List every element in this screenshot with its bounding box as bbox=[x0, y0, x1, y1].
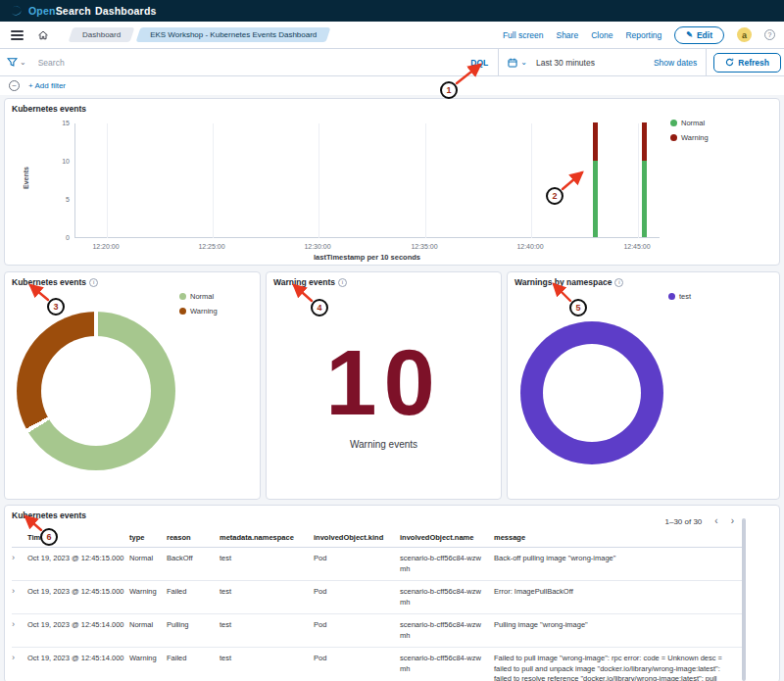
panel-title: Warnings by namespacei bbox=[514, 277, 623, 287]
column-header-type[interactable]: type bbox=[129, 529, 167, 548]
vertical-scrollbar[interactable] bbox=[742, 518, 746, 681]
filter-bar: − + Add filter bbox=[0, 76, 784, 95]
refresh-icon bbox=[725, 58, 734, 67]
panel-warning-events-metric: Warning eventsi 10 Warning events bbox=[266, 271, 502, 500]
dql-button[interactable]: DQL bbox=[470, 58, 488, 68]
legend-item-test[interactable]: test bbox=[668, 292, 691, 301]
share-link[interactable]: Share bbox=[556, 30, 578, 40]
column-header-namespace[interactable]: metadata.namespace bbox=[220, 529, 314, 548]
time-range-value[interactable]: Last 30 minutes bbox=[536, 58, 654, 68]
x-tick: 12:30:00 bbox=[288, 243, 347, 250]
pagination: 1–30 of 30 ‹ › bbox=[665, 516, 735, 526]
cell-type: Warning bbox=[129, 581, 167, 614]
date-quick-select-button[interactable]: ⌄ bbox=[499, 58, 536, 68]
legend-item-warning[interactable]: Warning bbox=[179, 307, 218, 316]
table-row: › Oct 19, 2023 @ 12:45:14.000 Normal Pul… bbox=[12, 614, 742, 648]
x-tick: 12:25:00 bbox=[182, 243, 241, 250]
x-tick: 12:35:00 bbox=[395, 243, 454, 250]
legend-dot bbox=[179, 293, 186, 300]
panel-title: Warning eventsi bbox=[273, 277, 347, 287]
info-icon[interactable]: i bbox=[89, 278, 98, 287]
info-icon[interactable]: i bbox=[614, 278, 623, 287]
add-filter-button[interactable]: + Add filter bbox=[28, 81, 66, 90]
cell-time: Oct 19, 2023 @ 12:45:15.000 bbox=[27, 581, 129, 614]
donut-chart-namespaces[interactable] bbox=[520, 321, 663, 464]
breadcrumb-dashboard[interactable]: Dashboard bbox=[71, 27, 132, 42]
cell-reason: Failed bbox=[167, 648, 220, 681]
legend-item-normal[interactable]: Normal bbox=[179, 292, 218, 301]
panel-warnings-by-namespace: Warnings by namespacei test bbox=[507, 271, 780, 500]
panel-title: Kubernetes events bbox=[12, 104, 86, 114]
breadcrumb-current-dashboard: EKS Workshop - Kubernetes Events Dashboa… bbox=[138, 27, 328, 42]
info-icon[interactable]: i bbox=[338, 278, 347, 287]
cell-name: scenario-b-cff56c84-wzwmh bbox=[400, 614, 494, 648]
cell-message: Back-off pulling image "wrong-image" bbox=[494, 548, 742, 581]
saved-query-menu-button[interactable]: ⌄ bbox=[7, 57, 26, 68]
expand-row-icon[interactable]: › bbox=[12, 619, 15, 629]
cell-kind: Pod bbox=[314, 548, 400, 581]
column-header-kind[interactable]: involvedObject.kind bbox=[314, 529, 400, 548]
column-header-time[interactable]: Time ▾ bbox=[27, 529, 129, 548]
cell-namespace: test bbox=[220, 614, 314, 648]
previous-page-icon[interactable]: ‹ bbox=[714, 516, 717, 526]
gridline bbox=[638, 123, 639, 238]
gridline bbox=[531, 123, 532, 238]
pencil-icon: ✎ bbox=[686, 30, 693, 39]
y-tick: 0 bbox=[50, 234, 70, 241]
legend-item-warning[interactable]: Warning bbox=[670, 133, 709, 142]
stacked-bar[interactable] bbox=[593, 122, 598, 237]
gridline bbox=[107, 123, 108, 238]
table-row: › Oct 19, 2023 @ 12:45:14.000 Warning Fa… bbox=[12, 648, 742, 681]
metric-label: Warning events bbox=[267, 439, 501, 450]
cell-kind: Pod bbox=[314, 648, 400, 681]
funnel-icon bbox=[7, 57, 18, 68]
x-axis-title: lastTimestamp per 10 seconds bbox=[74, 253, 660, 262]
stacked-bar[interactable] bbox=[642, 122, 647, 237]
breadcrumb: Dashboard EKS Workshop - Kubernetes Even… bbox=[71, 27, 328, 42]
column-header-expand bbox=[12, 529, 27, 548]
cell-time: Oct 19, 2023 @ 12:45:14.000 bbox=[27, 648, 129, 681]
app-title: OpenSearchDashboards bbox=[28, 5, 157, 17]
cell-reason: BackOff bbox=[167, 548, 220, 581]
refresh-button[interactable]: Refresh bbox=[713, 53, 781, 73]
home-icon[interactable] bbox=[37, 29, 49, 41]
gridline bbox=[425, 123, 426, 238]
cell-reason: Failed bbox=[167, 581, 220, 614]
x-tick: 12:20:00 bbox=[76, 243, 135, 250]
donut-chart-events[interactable] bbox=[17, 312, 175, 470]
cell-namespace: test bbox=[220, 548, 314, 581]
gridline bbox=[213, 123, 214, 238]
show-dates-button[interactable]: Show dates bbox=[654, 58, 697, 68]
gridline bbox=[318, 123, 319, 238]
clone-link[interactable]: Clone bbox=[591, 30, 612, 40]
next-page-icon[interactable]: › bbox=[731, 516, 734, 526]
reporting-link[interactable]: Reporting bbox=[625, 30, 662, 40]
cell-namespace: test bbox=[220, 581, 314, 614]
y-tick: 5 bbox=[50, 196, 70, 203]
edit-button[interactable]: ✎ Edit bbox=[674, 26, 724, 44]
top-banner: OpenSearchDashboards bbox=[0, 0, 784, 22]
help-icon[interactable]: ? bbox=[764, 29, 775, 40]
column-header-reason[interactable]: reason bbox=[167, 529, 220, 548]
cell-kind: Pod bbox=[314, 614, 400, 648]
column-header-name[interactable]: involvedObject.name bbox=[400, 529, 494, 548]
expand-row-icon[interactable]: › bbox=[12, 553, 15, 562]
legend-dot bbox=[670, 120, 677, 126]
avatar[interactable]: a bbox=[737, 27, 752, 42]
cell-type: Normal bbox=[129, 614, 167, 648]
expand-row-icon[interactable]: › bbox=[12, 653, 15, 662]
chevron-down-icon: ⌄ bbox=[20, 59, 26, 67]
opensearch-logo-icon bbox=[10, 5, 23, 18]
search-input[interactable] bbox=[26, 58, 462, 68]
column-header-message[interactable]: message bbox=[494, 529, 742, 548]
calendar-icon bbox=[508, 58, 517, 68]
panel-title: Kubernetes eventsi bbox=[12, 277, 98, 287]
expand-row-icon[interactable]: › bbox=[12, 586, 15, 596]
sort-desc-icon: ▾ bbox=[46, 534, 50, 541]
full-screen-link[interactable]: Full screen bbox=[503, 30, 544, 40]
cell-name: scenario-b-cff56c84-wzwmh bbox=[400, 648, 494, 681]
filter-options-icon[interactable]: − bbox=[9, 80, 20, 91]
legend-item-normal[interactable]: Normal bbox=[670, 119, 709, 127]
y-tick: 10 bbox=[50, 158, 70, 165]
menu-icon[interactable] bbox=[11, 28, 24, 42]
